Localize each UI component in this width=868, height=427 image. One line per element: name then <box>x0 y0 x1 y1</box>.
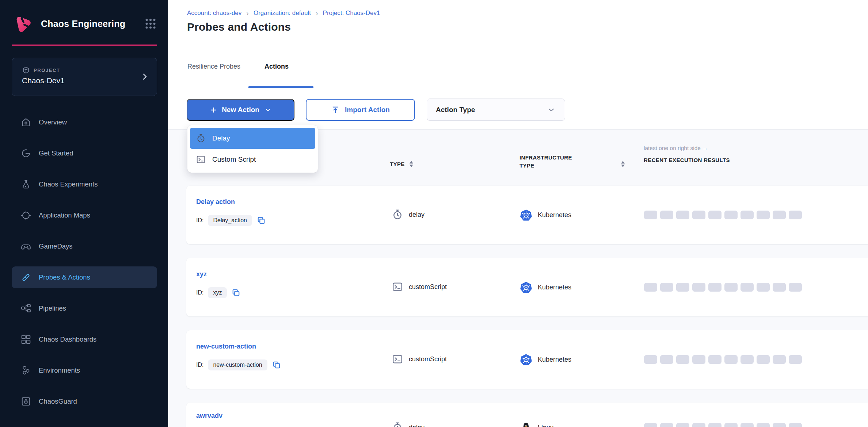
infrastructure-value: Kubernetes <box>538 211 571 219</box>
action-table-row: xyz ID: xyz customScript Kubernetes <box>186 258 868 316</box>
sidebar-item-get-started[interactable]: Get Started <box>12 142 157 164</box>
execution-result-placeholder <box>724 355 738 364</box>
column-header-infrastructure[interactable]: INFRASTRUCTURE TYPE <box>519 154 582 170</box>
execution-result-placeholder <box>644 423 657 427</box>
execution-result-placeholder <box>773 211 786 219</box>
execution-result-placeholder <box>692 211 705 219</box>
new-action-button[interactable]: New Action <box>187 99 294 121</box>
infrastructure-header-label: INFRASTRUCTURE TYPE <box>519 154 572 169</box>
project-label: PROJECT <box>34 68 60 73</box>
action-type-select[interactable]: Action Type <box>427 99 565 121</box>
action-name-link[interactable]: new-custom-action <box>196 343 256 350</box>
get-started-icon <box>20 148 31 159</box>
action-type-cell: delay <box>392 422 425 427</box>
sidebar-item-label: Probes & Actions <box>39 273 90 281</box>
execution-result-placeholder <box>789 211 802 219</box>
type-header-label: TYPE <box>390 161 405 167</box>
execution-result-placeholder <box>789 355 802 364</box>
action-name-link[interactable]: awrvadv <box>196 412 222 420</box>
flask-icon <box>20 179 31 190</box>
new-action-label: New Action <box>222 106 259 114</box>
execution-result-placeholder <box>676 423 689 427</box>
sidebar-item-probes-actions[interactable]: Probes & Actions <box>12 266 157 288</box>
toolbar: New Action Import Action Action Type <box>168 88 868 130</box>
action-table-row: awrvadv delay Linux <box>186 403 868 427</box>
sidebar-item-chaosguard[interactable]: ChaosGuard <box>12 391 157 412</box>
sidebar: Chaos Engineering PROJECT Chaos-Dev1 <box>0 0 168 427</box>
menu-item-custom-script[interactable]: Custom Script <box>190 149 315 170</box>
action-type-value: delay <box>409 424 425 427</box>
target-icon <box>20 210 31 221</box>
execution-result-placeholder <box>789 283 802 292</box>
import-action-button[interactable]: Import Action <box>306 99 415 121</box>
execution-result-placeholder <box>757 283 770 292</box>
execution-result-placeholder <box>676 211 689 219</box>
breadcrumb: Account: chaos-dev›Organization: default… <box>187 9 868 17</box>
breadcrumb-link[interactable]: Project: Chaos-Dev1 <box>323 9 380 17</box>
plus-icon <box>210 106 217 114</box>
sidebar-item-chaos-dashboards[interactable]: Chaos Dashboards <box>12 328 157 350</box>
sidebar-item-gamedays[interactable]: GameDays <box>12 235 157 257</box>
breadcrumb-link[interactable]: Organization: default <box>254 9 311 17</box>
execution-result-placeholder <box>660 355 673 364</box>
action-id: ID: new-custom-action <box>196 359 281 370</box>
sidebar-item-application-maps[interactable]: Application Maps <box>12 204 157 226</box>
action-type-label: Action Type <box>436 106 475 114</box>
tab-actions[interactable]: Actions <box>264 63 289 70</box>
sidebar-item-label: Chaos Experiments <box>39 180 98 188</box>
action-id-value: new-custom-action <box>208 359 267 370</box>
chaos-engineering-logo-icon <box>13 14 33 34</box>
sidebar-item-pipelines[interactable]: Pipelines <box>12 297 157 319</box>
copy-icon[interactable] <box>256 216 266 225</box>
execution-result-placeholder <box>757 355 770 364</box>
execution-result-placeholder <box>757 211 770 219</box>
sort-icon[interactable] <box>621 161 625 167</box>
tab-resilience-probes[interactable]: Resilience Probes <box>187 63 240 70</box>
execution-result-placeholder <box>660 283 673 292</box>
project-selector[interactable]: PROJECT Chaos-Dev1 <box>12 58 157 96</box>
action-id-value: Delay_action <box>208 215 252 226</box>
column-header-type[interactable]: TYPE <box>390 161 413 167</box>
stopwatch-icon <box>392 422 403 427</box>
menu-item-label: Custom Script <box>212 155 256 164</box>
menu-item-delay[interactable]: Delay <box>190 128 315 149</box>
breadcrumb-link[interactable]: Account: chaos-dev <box>187 9 241 17</box>
sidebar-item-chaos-experiments[interactable]: Chaos Experiments <box>12 173 157 195</box>
execution-result-placeholder <box>660 423 673 427</box>
execution-result-placeholder <box>757 423 770 427</box>
sidebar-item-environments[interactable]: Environments <box>12 359 157 381</box>
breadcrumb-separator-icon: › <box>246 10 249 16</box>
sidebar-item-label: Chaos Dashboards <box>39 335 96 343</box>
execution-result-placeholder <box>741 211 754 219</box>
action-id: ID: xyz <box>196 287 241 298</box>
dashboard-icon <box>20 334 31 345</box>
new-action-dropdown-menu: Delay Custom Script <box>187 125 318 173</box>
column-header-results: latest one on right side → RECENT EXECUT… <box>644 145 730 163</box>
id-label: ID: <box>196 217 203 224</box>
execution-result-placeholder <box>692 355 705 364</box>
action-name-link[interactable]: xyz <box>196 270 207 278</box>
import-icon <box>331 105 340 114</box>
execution-result-placeholder <box>644 355 657 364</box>
chevron-right-icon <box>140 72 149 81</box>
id-label: ID: <box>196 362 203 368</box>
execution-result-placeholder <box>741 423 754 427</box>
caret-down-icon <box>264 107 271 114</box>
sidebar-item-overview[interactable]: Overview <box>12 111 157 133</box>
copy-icon[interactable] <box>231 288 241 297</box>
stopwatch-icon <box>196 133 206 143</box>
copy-icon[interactable] <box>272 360 281 370</box>
execution-result-placeholder <box>789 423 802 427</box>
execution-result-placeholder <box>692 283 705 292</box>
execution-result-placeholder <box>741 355 754 364</box>
kubernetes-icon <box>520 281 532 293</box>
infrastructure-value: Linux <box>538 424 553 427</box>
app-switcher-grid-icon[interactable] <box>144 17 157 30</box>
infrastructure-cell: Linux <box>520 422 553 427</box>
action-name-link[interactable]: Delay action <box>196 198 235 206</box>
sort-icon[interactable] <box>410 161 413 167</box>
sidebar-item-label: Pipelines <box>39 304 66 312</box>
execution-result-placeholder <box>708 283 722 292</box>
execution-result-placeholder <box>773 283 786 292</box>
execution-result-placeholder <box>724 211 738 219</box>
